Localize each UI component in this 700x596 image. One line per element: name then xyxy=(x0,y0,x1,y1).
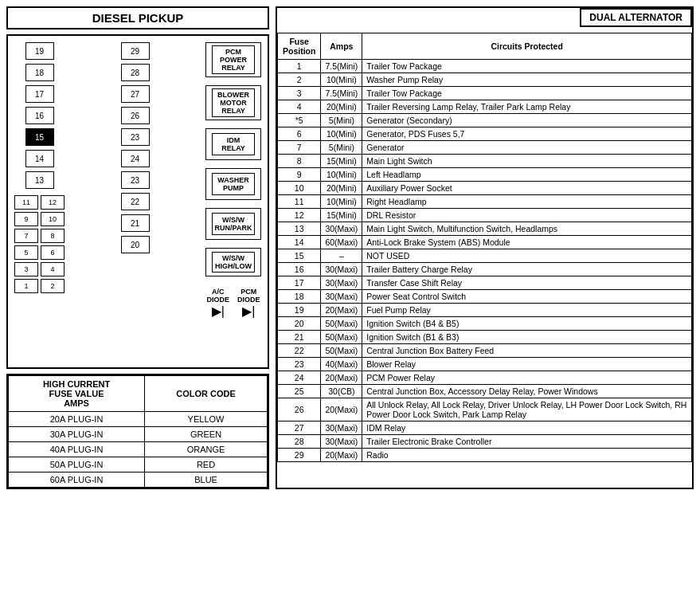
amps-cell: 5(Mini) xyxy=(321,141,362,155)
amps-cell: 10(Mini) xyxy=(321,73,362,87)
amps-cell: 20(Maxi) xyxy=(321,371,362,385)
circuit-cell: Blower Relay xyxy=(362,358,692,371)
fuse-pos-cell: 27 xyxy=(278,422,321,435)
table-row: *5 5(Mini) Generator (Secondary) xyxy=(278,114,692,127)
fuse-pos-cell: 22 xyxy=(278,344,321,358)
col-fuse-pos: FusePosition xyxy=(278,33,321,60)
main-left-fuses: 19 18 17 16 15 14 13 xyxy=(14,42,65,189)
amps-cell: 7.5(Mini) xyxy=(321,60,362,73)
circuit-cell: Fuel Pump Relay xyxy=(362,304,692,317)
circuit-cell: Generator (Secondary) xyxy=(362,114,692,127)
fuse-pos-cell: 2 xyxy=(278,73,321,87)
idm-relay: IDMRELAY xyxy=(205,128,261,160)
fuse-5: 5 xyxy=(14,245,38,260)
color-table-row: 20A PLUG-IN YELLOW xyxy=(9,412,268,427)
color-table-row: 30A PLUG-IN GREEN xyxy=(9,427,268,442)
fuse-23: 23 xyxy=(121,128,150,146)
amps-value: 50A PLUG-IN xyxy=(9,457,145,472)
amps-cell: 20(Maxi) xyxy=(321,398,362,422)
circuit-cell: DRL Resistor xyxy=(362,209,692,222)
circuit-cell: Ignition Switch (B1 & B3) xyxy=(362,331,692,344)
amps-cell: 30(CB) xyxy=(321,385,362,398)
fuse-17: 17 xyxy=(25,85,54,103)
fuse-12: 12 xyxy=(41,195,65,210)
col-circuits: Circuits Protected xyxy=(362,33,692,60)
fuse-pos-cell: 1 xyxy=(278,60,321,73)
fuse-pos-cell: 21 xyxy=(278,331,321,344)
table-row: 18 30(Maxi) Power Seat Control Switch xyxy=(278,290,692,304)
amps-cell: – xyxy=(321,249,362,263)
fuse-19: 19 xyxy=(25,42,54,60)
table-row: 11 10(Mini) Right Headlamp xyxy=(278,195,692,209)
table-row: 20 50(Maxi) Ignition Switch (B4 & B5) xyxy=(278,317,692,331)
amps-cell: 30(Maxi) xyxy=(321,290,362,304)
fuse-13: 13 xyxy=(25,171,54,189)
table-row: 19 20(Maxi) Fuel Pump Relay xyxy=(278,304,692,317)
fuse-23b: 23 xyxy=(121,171,150,189)
color-value: YELLOW xyxy=(145,412,268,427)
fuse-pos-cell: 20 xyxy=(278,317,321,331)
circuit-cell: Washer Pump Relay xyxy=(362,73,692,87)
table-row: 15 – NOT USED xyxy=(278,249,692,263)
color-value: GREEN xyxy=(145,427,268,442)
fuse-27: 27 xyxy=(121,85,150,103)
fuse-pos-cell: 10 xyxy=(278,182,321,195)
amps-cell: 30(Maxi) xyxy=(321,435,362,449)
color-value: ORANGE xyxy=(145,442,268,457)
fuse-6: 6 xyxy=(41,245,65,260)
dual-alt-row: DUAL ALTERNATOR xyxy=(277,8,692,30)
circuit-cell: Main Light Switch xyxy=(362,155,692,168)
fuse-pos-cell: 25 xyxy=(278,385,321,398)
table-row: 2 10(Mini) Washer Pump Relay xyxy=(278,73,692,87)
circuit-cell: Main Light Switch, Multifunction Switch,… xyxy=(362,222,692,236)
table-row: 9 10(Mini) Left Headlamp xyxy=(278,168,692,182)
fuse-18: 18 xyxy=(25,64,54,81)
circuit-cell: Transfer Case Shift Relay xyxy=(362,276,692,290)
blower-motor-relay: BLOWERMOTORRELAY xyxy=(205,85,261,120)
amps-cell: 30(Maxi) xyxy=(321,276,362,290)
relay-column: PCMPOWERRELAY BLOWERMOTORRELAY IDMRELAY … xyxy=(205,42,261,319)
fuse-pos-cell: 16 xyxy=(278,263,321,276)
circuit-cell: NOT USED xyxy=(362,249,692,263)
circuit-cell: Right Headlamp xyxy=(362,195,692,209)
fuse-pos-cell: *5 xyxy=(278,114,321,127)
table-row: 10 20(Mini) Auxiliary Power Socket xyxy=(278,182,692,195)
table-row: 12 15(Mini) DRL Resistor xyxy=(278,209,692,222)
circuit-cell: Power Seat Control Switch xyxy=(362,290,692,304)
amps-value: 40A PLUG-IN xyxy=(9,442,145,457)
table-row: 27 30(Maxi) IDM Relay xyxy=(278,422,692,435)
fuse-pos-cell: 24 xyxy=(278,371,321,385)
fuse-pos-cell: 4 xyxy=(278,100,321,114)
fuse-pos-cell: 29 xyxy=(278,449,321,462)
fuse-pos-cell: 12 xyxy=(278,209,321,222)
amps-cell: 50(Maxi) xyxy=(321,331,362,344)
amps-cell: 40(Maxi) xyxy=(321,358,362,371)
fuse-pos-cell: 19 xyxy=(278,304,321,317)
amps-cell: 20(Maxi) xyxy=(321,304,362,317)
amps-cell: 10(Mini) xyxy=(321,127,362,141)
table-row: 4 20(Mini) Trailer Reversing Lamp Relay,… xyxy=(278,100,692,114)
fuse-pos-cell: 26 xyxy=(278,398,321,422)
color-code-table: HIGH CURRENTFUSE VALUEAMPS DUAL ALTERNAT… xyxy=(6,374,269,489)
amps-cell: 20(Mini) xyxy=(321,100,362,114)
table-row: 29 20(Maxi) Radio xyxy=(278,449,692,462)
color-table-row: 60A PLUG-IN BLUE xyxy=(9,472,268,488)
table-row: 21 50(Maxi) Ignition Switch (B1 & B3) xyxy=(278,331,692,344)
amps-cell: 5(Mini) xyxy=(321,114,362,127)
fuse-28: 28 xyxy=(121,64,150,81)
amps-cell: 60(Maxi) xyxy=(321,236,362,249)
fuse-pos-cell: 9 xyxy=(278,168,321,182)
fuse-8: 8 xyxy=(41,229,65,243)
table-row: 8 15(Mini) Main Light Switch xyxy=(278,155,692,168)
fuse-9: 9 xyxy=(14,212,38,226)
amps-cell: 30(Maxi) xyxy=(321,263,362,276)
amps-cell: 20(Maxi) xyxy=(321,449,362,462)
fuse-2: 2 xyxy=(41,279,65,293)
circuit-cell: Trailer Electronic Brake Controller xyxy=(362,435,692,449)
fuse-pos-cell: 11 xyxy=(278,195,321,209)
amps-value: 60A PLUG-IN xyxy=(9,472,145,488)
wsw-highlow: W/S/WHIGH/LOW xyxy=(205,248,261,276)
fuse-7: 7 xyxy=(14,229,38,243)
wsw-runpark: W/S/WRUN/PARK xyxy=(205,208,261,240)
circuit-cell: Generator, PDS Fuses 5,7 xyxy=(362,127,692,141)
